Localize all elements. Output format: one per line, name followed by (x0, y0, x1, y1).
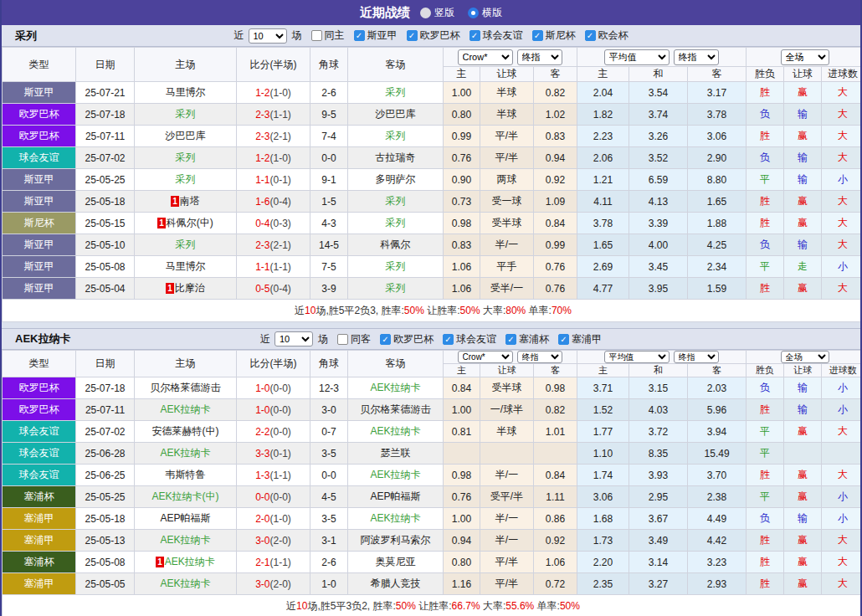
red-card-count: 1 (171, 196, 179, 207)
layout-radio-horizontal[interactable]: 横版 (468, 6, 502, 20)
handicap-away-odds: 0.84 (534, 213, 577, 234)
handicap-line: 受半球 (480, 377, 534, 399)
result-goals: 小 (822, 486, 862, 508)
corners-cell: 4-3 (310, 213, 348, 234)
avg-away-odds: 4.25 (688, 234, 747, 256)
handicap-away-odds: 0.92 (534, 530, 577, 552)
recent-count-select[interactable]: 10 (249, 28, 287, 44)
handicap-away-odds: 0.92 (534, 169, 577, 191)
home-team-name: AEK拉纳卡 (160, 403, 210, 415)
handicap-home-odds: 0.81 (444, 421, 480, 443)
league-filter-label: 塞浦甲 (572, 332, 602, 346)
league-filter-checkbox[interactable]: ✓ (354, 30, 365, 41)
avg-draw-odds: 3.74 (629, 104, 688, 126)
handicap-home-odds: 0.84 (444, 377, 480, 399)
full-score: 2-3 (255, 239, 269, 251)
league-filter-checkbox[interactable]: ✓ (380, 334, 391, 345)
sub-header: 主 (577, 67, 629, 82)
handicap-away-odds: 0.98 (534, 377, 577, 399)
league-filter-checkbox[interactable]: ✓ (505, 334, 516, 345)
final-odds-select[interactable]: 终指 (517, 351, 562, 363)
scope-select[interactable]: 全场 (781, 49, 829, 65)
avg-away-odds: 2.90 (688, 147, 747, 169)
radio-label: 竖版 (434, 6, 454, 20)
league-badge: 欧罗巴杯 (3, 104, 76, 126)
handicap-home-odds (444, 443, 480, 465)
home-team: 采列 (135, 104, 237, 126)
result-winloss: 负 (747, 234, 784, 256)
avg-draw-odds: 3.52 (629, 147, 688, 169)
home-team: 1AEK拉纳卡 (135, 552, 237, 573)
result-goals: 大 (822, 82, 862, 104)
corners-cell: 3-5 (310, 508, 348, 530)
result-handicap: 赢 (784, 530, 822, 552)
result-handicap: 赢 (784, 126, 822, 147)
handicap-away-odds: 1.06 (534, 552, 577, 573)
away-team-name: 希腊人竞技 (371, 578, 421, 589)
handicap-line: 平/半 (480, 552, 534, 573)
away-team: 瑟兰联 (348, 443, 444, 465)
recent-count-select[interactable]: 10 (275, 331, 313, 346)
away-team-name: 科佩尔 (381, 239, 411, 250)
avg-odds-select[interactable]: 平均值 (604, 49, 670, 65)
score-cell: 2-1(1-1) (237, 552, 310, 573)
league-filter-checkbox[interactable]: ✓ (558, 334, 569, 345)
sub-header: 让球 (480, 67, 534, 82)
full-score: 1-1 (255, 261, 269, 273)
league-filter-checkbox[interactable]: ✓ (443, 334, 454, 345)
summary-row: 近10场,胜5平3负2, 胜率:50% 让胜率:66.7% 大率:55.6% 单… (3, 595, 862, 616)
corners-cell: 9-5 (310, 104, 348, 126)
score-cell: 0-0(0-0) (237, 486, 310, 508)
half-score: (1-0) (270, 513, 291, 525)
score-cell: 3-3(0-1) (237, 443, 310, 465)
summary-segment: 50% (396, 600, 416, 612)
final-odds-select-2[interactable]: 终指 (674, 49, 719, 65)
match-row: 球会友谊25-06-25韦斯特鲁1-3(1-1)0-0AEK拉纳卡0.98半/一… (3, 465, 862, 486)
same-venue-checkbox[interactable] (311, 30, 322, 41)
handicap-home-odds: 0.80 (444, 552, 480, 573)
away-team: 采列 (348, 82, 444, 104)
score-cell: 1-1(1-1) (237, 256, 310, 278)
layout-radio-vertical[interactable]: 竖版 (420, 6, 454, 20)
home-team-name: 比摩治 (175, 282, 205, 294)
avg-away-odds: 1.59 (688, 278, 747, 300)
company-select[interactable]: Crow* (458, 351, 513, 363)
result-goals: 大 (822, 126, 862, 147)
league-badge: 塞浦杯 (3, 486, 76, 508)
summary-segment: 10 (296, 600, 307, 612)
handicap-away-odds: 1.01 (534, 421, 577, 443)
sub-header: 主 (577, 364, 629, 377)
result-handicap: 输 (784, 399, 822, 421)
layout-radio-group: 竖版横版 (420, 6, 502, 20)
result-goals: 小 (822, 256, 862, 278)
league-filter-checkbox[interactable]: ✓ (585, 30, 596, 41)
avg-home-odds: 2.35 (577, 573, 629, 595)
league-filter-checkbox[interactable]: ✓ (532, 30, 543, 41)
final-odds-select[interactable]: 终指 (517, 49, 562, 65)
result-goals: 大 (822, 278, 862, 300)
home-team: 采列 (135, 147, 237, 169)
handicap-line: 平手 (480, 256, 534, 278)
home-team-name: 采列 (176, 239, 196, 250)
league-filter-checkbox[interactable]: ✓ (469, 30, 480, 41)
summary-segment: 50% (460, 305, 480, 316)
avg-home-odds: 4.77 (577, 278, 629, 300)
half-score: (1-1) (270, 557, 291, 568)
summary-segment: 近 (295, 305, 305, 316)
home-team-name: AEK拉纳卡 (160, 578, 210, 589)
handicap-away-odds (534, 443, 577, 465)
result-winloss: 平 (747, 421, 784, 443)
avg-away-odds: 2.34 (688, 256, 747, 278)
corners-cell: 9-1 (310, 169, 348, 191)
league-filter-checkbox[interactable]: ✓ (407, 30, 418, 41)
same-venue-checkbox[interactable] (337, 334, 348, 345)
company-select[interactable]: Crow* (458, 49, 513, 65)
league-badge: 球会友谊 (3, 147, 76, 169)
scope-select[interactable]: 全场 (781, 351, 829, 363)
sub-header: 客 (688, 67, 747, 82)
away-team-name: 瑟兰联 (381, 447, 411, 459)
result-handicap: 输 (784, 508, 822, 530)
avg-odds-select[interactable]: 平均值 (604, 351, 670, 363)
match-date: 25-05-18 (76, 508, 135, 530)
final-odds-select-2[interactable]: 终指 (674, 351, 719, 363)
